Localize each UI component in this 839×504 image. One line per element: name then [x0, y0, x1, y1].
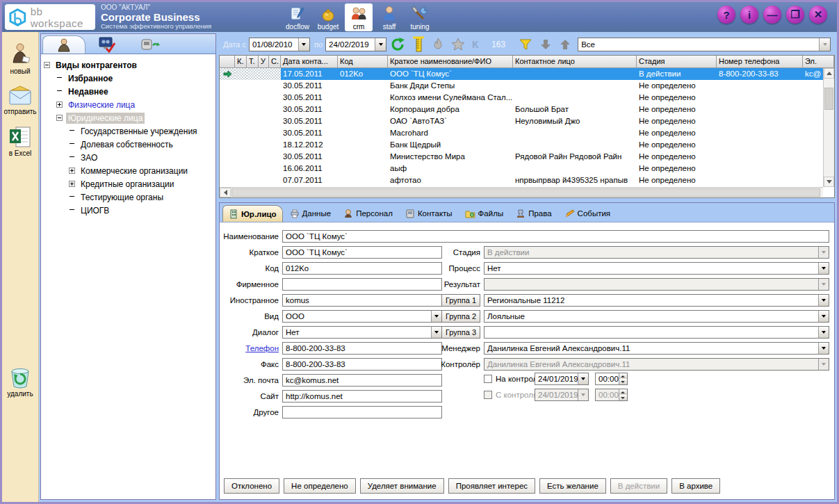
close-button[interactable]: ✕ [809, 6, 827, 24]
manager-combo[interactable]: Данилинка Евгений Александрович.11 [484, 342, 829, 355]
on-control-time[interactable]: 00:00 [595, 373, 628, 385]
stage-rejected-button[interactable]: Отклонено [224, 478, 279, 494]
tree-item-zao[interactable]: ЗАО [44, 151, 214, 164]
table-row[interactable]: 18.12.2012 Банк Щедрый Не определено [220, 139, 823, 151]
table-row[interactable]: 30.05.2011 Министерство Мира Рядовой Рай… [220, 151, 823, 163]
col-date[interactable]: Дата конта... [281, 56, 338, 68]
scroll-down-button[interactable] [824, 177, 834, 187]
vertical-scrollbar[interactable] [823, 68, 834, 187]
tree-item-individuals[interactable]: Физические лица [44, 98, 214, 111]
scroll-left-button[interactable] [220, 188, 231, 197]
stage-has-desire-button[interactable]: Есть желание [539, 478, 606, 494]
expand-icon[interactable] [69, 168, 75, 174]
process-dropdown-icon[interactable] [818, 263, 829, 274]
k-filter-button[interactable]: К [472, 38, 478, 50]
stage-undefined-button[interactable]: Не определено [284, 478, 356, 494]
tree-item-commercial-orgs[interactable]: Коммерческие организации [44, 164, 214, 177]
maximize-button[interactable]: ❐ [786, 6, 804, 24]
process-combo[interactable]: Нет [484, 262, 829, 275]
col-stage[interactable]: Стадия [637, 56, 717, 68]
table-row[interactable]: 30.05.2011 Колхоз имени Сулеймана Стал..… [220, 92, 823, 104]
quick-filter-dropdown-icon[interactable] [819, 38, 830, 51]
phone-link-label[interactable]: Телефон [220, 344, 279, 352]
group2-combo[interactable]: Лояльные [484, 310, 829, 323]
tree-item-ciogv[interactable]: ЦИОГВ [44, 204, 214, 217]
group1-dropdown-icon[interactable] [818, 295, 829, 306]
refresh-button[interactable] [390, 37, 405, 52]
dialog-combo[interactable]: Нет [282, 326, 442, 339]
col-u[interactable]: У [259, 56, 269, 68]
date-to-picker[interactable]: 24/02/2019 [325, 38, 386, 51]
tab-tasks[interactable] [85, 35, 129, 54]
tab-files[interactable]: Файлы [459, 205, 510, 222]
col-email[interactable]: Эл. [803, 56, 834, 68]
table-row[interactable]: 30.05.2011 Корпорация добра Большой Брат… [220, 104, 823, 115]
on-control-time-spinner[interactable] [619, 373, 627, 384]
group1-combo[interactable]: Региональные 11212 [484, 294, 829, 307]
move-up-button[interactable] [559, 38, 571, 51]
module-staff[interactable]: staff [375, 3, 403, 31]
col-name[interactable]: Краткое наименование/ФИО [388, 56, 513, 68]
hot-filter-button[interactable] [432, 37, 444, 52]
measure-button[interactable] [412, 36, 425, 53]
new-record-button[interactable]: новый [8, 42, 33, 75]
stage-archived-button[interactable]: В архиве [671, 478, 720, 494]
on-control-date[interactable]: 24/01/2019 [535, 373, 589, 385]
col-code[interactable]: Код [338, 56, 388, 68]
tree-item-recent[interactable]: Недавнее [44, 85, 214, 98]
module-budget[interactable]: budget [314, 3, 342, 31]
kind-dropdown-icon[interactable] [431, 311, 441, 322]
tab-contacts[interactable]: Контакты [400, 205, 458, 222]
module-docflow[interactable]: docflow [284, 3, 311, 31]
tree-item-state-institutions[interactable]: Государственные учреждения [44, 124, 214, 138]
col-contact[interactable]: Контактное лицо [513, 56, 637, 68]
horizontal-scroll-thumb[interactable] [231, 188, 820, 197]
on-control-date-dropdown-icon[interactable] [578, 373, 588, 384]
scroll-up-button[interactable] [824, 68, 834, 79]
kind-combo[interactable]: ООО [282, 310, 442, 323]
foreign-name-field[interactable]: komus [282, 294, 442, 307]
table-row[interactable]: 17.05.2011 012Ko ООО `ТЦ Комус` В действ… [220, 68, 823, 80]
stage-pays-attention-button[interactable]: Уделяет внимание [360, 478, 444, 494]
help-button[interactable]: ? [717, 6, 735, 24]
group2-button[interactable]: Группа 2 [441, 310, 480, 323]
tree-item-testing-bodies[interactable]: Тестирующие органы [44, 190, 214, 204]
table-row[interactable]: 07.07.2011 афтотао нпрвыпрвар й4395325 н… [220, 174, 823, 186]
col-t[interactable]: Т. [247, 56, 259, 68]
tab-rights[interactable]: Права [510, 205, 557, 222]
collapse-icon[interactable] [56, 115, 63, 121]
col-phone[interactable]: Номер телефона [717, 56, 803, 68]
on-control-checkbox[interactable] [484, 375, 492, 383]
table-row[interactable]: 30.05.2011 Macrohard Не определено [220, 127, 823, 139]
delete-button[interactable]: удалить [7, 367, 33, 398]
tab-legal-entity[interactable]: Юр.лицо [222, 205, 283, 222]
group3-button[interactable]: Группа 3 [441, 326, 480, 339]
email-field[interactable]: kc@komus.net [282, 374, 442, 387]
apply-filter-button[interactable] [519, 38, 532, 51]
date-from-dropdown-icon[interactable] [298, 38, 309, 51]
minimize-button[interactable]: — [763, 6, 781, 24]
tree-item-shared-property[interactable]: Долевая собственность [44, 138, 214, 151]
manager-dropdown-icon[interactable] [818, 343, 829, 354]
expand-icon[interactable] [69, 181, 75, 187]
quick-filter-combo[interactable]: Все [578, 38, 831, 51]
tab-counterparties[interactable] [42, 35, 85, 54]
date-from-picker[interactable]: 01/08/2010 [249, 38, 310, 51]
expand-icon[interactable] [56, 101, 63, 108]
stage-shows-interest-button[interactable]: Проявляет интерес [448, 478, 535, 494]
tree-item-favorites[interactable]: Избранное [44, 72, 214, 85]
group1-button[interactable]: Группа 1 [441, 294, 480, 307]
tab-personnel[interactable]: Персонал [338, 205, 398, 222]
tab-calls[interactable] [129, 35, 172, 54]
info-button[interactable]: i [740, 6, 758, 24]
col-k[interactable]: К. [235, 56, 247, 68]
tree-item-legal-entities[interactable]: Юридические лица [44, 111, 214, 124]
tree-item-root[interactable]: Виды контрагентов [44, 58, 214, 72]
site-field[interactable]: http://komus.net [282, 390, 442, 403]
favorites-filter-button[interactable] [451, 38, 465, 51]
col-s[interactable]: С. [269, 56, 281, 68]
group3-dropdown-icon[interactable] [818, 327, 829, 338]
collapse-icon[interactable] [44, 62, 50, 68]
table-row[interactable]: 30.05.2011 Банк Дяди Степы Не определено [220, 80, 823, 92]
module-tuning[interactable]: tuning [406, 3, 434, 31]
